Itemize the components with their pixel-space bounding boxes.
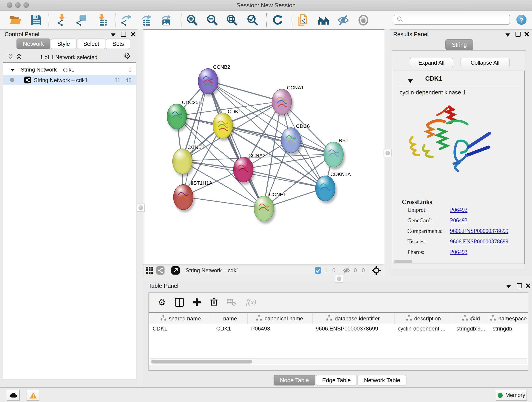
delete-row-icon[interactable] bbox=[209, 297, 220, 307]
table-hscrollbar[interactable] bbox=[150, 358, 527, 364]
table-panel-collapse-icon[interactable] bbox=[505, 283, 512, 290]
crosslink-row: Uniprot:P06493 bbox=[407, 207, 467, 214]
show-columns-icon[interactable] bbox=[174, 297, 185, 307]
crosslink-link[interactable]: 9606.ENSP00000378699 bbox=[450, 228, 508, 234]
node-label-cdc25b: CDC25B bbox=[182, 99, 202, 105]
crosslink-label: Pharos: bbox=[407, 249, 450, 256]
control-panel-collapse-icon[interactable] bbox=[110, 32, 116, 38]
collapse-all-button[interactable]: Collapse All bbox=[461, 58, 510, 67]
network-node-cdc25b[interactable] bbox=[167, 104, 187, 129]
share-view-icon[interactable] bbox=[156, 266, 165, 274]
warning-button[interactable] bbox=[27, 390, 39, 401]
zoom-out-button[interactable] bbox=[205, 13, 219, 27]
grid-view-icon[interactable] bbox=[146, 267, 153, 274]
table-gear-icon[interactable]: ⚙ bbox=[156, 297, 167, 307]
tab-edge-table[interactable]: Edge Table bbox=[316, 375, 357, 385]
control-panel-title: Control Panel bbox=[5, 31, 39, 38]
import-table-button[interactable] bbox=[95, 13, 109, 27]
tab-network-table[interactable]: Network Table bbox=[358, 375, 407, 385]
network-node-cdc6[interactable] bbox=[281, 128, 301, 153]
network-label: String Network – cdk1 bbox=[34, 77, 88, 83]
network-node-ccnb2[interactable] bbox=[198, 68, 218, 94]
tab-sets[interactable]: Sets bbox=[106, 38, 130, 49]
network-node-cdk1[interactable] bbox=[213, 113, 233, 138]
import-network-button[interactable] bbox=[55, 13, 69, 27]
column-header[interactable]: @id bbox=[453, 313, 489, 324]
column-header[interactable]: name bbox=[213, 313, 247, 324]
add-column-icon[interactable] bbox=[191, 297, 202, 307]
column-header[interactable]: canonical name bbox=[247, 313, 312, 324]
zoom-in-button[interactable] bbox=[185, 13, 199, 27]
results-panel-collapse-icon[interactable] bbox=[505, 32, 511, 38]
import-database-button[interactable] bbox=[75, 13, 89, 27]
results-panel-float-icon[interactable] bbox=[515, 31, 521, 37]
tree-expand-icon[interactable] bbox=[11, 66, 15, 73]
node-label-rb1: RB1 bbox=[339, 138, 348, 143]
results-panel-close-icon[interactable] bbox=[523, 31, 530, 37]
tab-style[interactable]: Style bbox=[51, 38, 76, 49]
show-selected-button[interactable] bbox=[356, 13, 370, 27]
column-header[interactable]: shared name bbox=[149, 313, 213, 324]
network-node-hist1h1a[interactable] bbox=[173, 184, 193, 210]
column-header[interactable]: description bbox=[394, 313, 453, 324]
help-button[interactable]: ? bbox=[516, 15, 526, 25]
control-panel-close-icon[interactable] bbox=[130, 31, 136, 37]
network-node-cdkn1a[interactable] bbox=[315, 176, 336, 201]
node-table[interactable]: shared namenamecanonical namedatabase id… bbox=[149, 312, 528, 365]
network-node-rb1[interactable] bbox=[323, 142, 344, 167]
column-header[interactable]: namespace bbox=[489, 313, 528, 324]
hierarchy-icon bbox=[326, 315, 332, 322]
gear-icon[interactable]: ⚙ bbox=[124, 51, 131, 61]
hide-selected-button[interactable] bbox=[336, 13, 350, 27]
network-node-ccne1[interactable] bbox=[254, 196, 274, 221]
zoom-fit-button[interactable] bbox=[225, 13, 239, 27]
refresh-button[interactable] bbox=[271, 13, 285, 27]
protein-structure-thumbnail bbox=[318, 181, 332, 196]
table-row[interactable]: CDK1CDK1P064939606.ENSP00000378699cyclin… bbox=[149, 324, 528, 333]
expand-all-button[interactable]: Expand All bbox=[410, 58, 453, 67]
export-table-button[interactable] bbox=[139, 13, 152, 27]
tab-network[interactable]: Network bbox=[17, 38, 51, 49]
left-splitter-handle[interactable] bbox=[137, 204, 145, 212]
control-panel-float-icon[interactable] bbox=[120, 31, 127, 37]
crosslink-row: GeneCard:P06493 bbox=[407, 217, 467, 224]
network-node-ccnb1[interactable] bbox=[172, 148, 192, 174]
table-panel-float-icon[interactable] bbox=[516, 282, 522, 289]
results-tab-string[interactable]: String bbox=[445, 39, 473, 50]
search-input[interactable] bbox=[394, 15, 510, 25]
export-image-button[interactable] bbox=[158, 13, 172, 27]
crosslink-link[interactable]: P06493 bbox=[450, 207, 467, 213]
bottom-splitter-handle[interactable] bbox=[335, 274, 343, 283]
save-session-button[interactable] bbox=[29, 13, 43, 27]
crosslink-link[interactable]: 9606.ENSP00000378699 bbox=[450, 238, 508, 245]
crosslink-link[interactable]: P06493 bbox=[450, 249, 467, 255]
crosshair-icon[interactable] bbox=[372, 266, 381, 275]
results-hscroll-thumb[interactable] bbox=[394, 260, 412, 263]
toolbar-separator bbox=[266, 13, 267, 27]
tab-node-table[interactable]: Node Table bbox=[273, 375, 315, 385]
network-collection-row[interactable]: String Network – cdk1 1 bbox=[3, 64, 136, 75]
selected-checkbox-icon[interactable] bbox=[315, 267, 321, 274]
table-toolbar: ⚙ f(x) bbox=[149, 293, 528, 311]
open-in-window-icon[interactable] bbox=[171, 266, 180, 274]
network-row-selected[interactable]: String Network – cdk1 11 48 bbox=[3, 75, 136, 85]
share-document-button[interactable] bbox=[296, 13, 310, 27]
delete-table-icon bbox=[226, 297, 237, 307]
column-header[interactable]: database identifier bbox=[312, 313, 394, 324]
memory-button[interactable]: Memory bbox=[496, 390, 527, 401]
node-label-ccnb1: CCNB1 bbox=[187, 144, 205, 150]
tab-select[interactable]: Select bbox=[77, 38, 106, 49]
table-hscroll-thumb[interactable] bbox=[151, 360, 252, 363]
table-panel-close-icon[interactable] bbox=[525, 282, 531, 289]
home-button[interactable] bbox=[317, 13, 330, 27]
network-canvas[interactable]: CCNB2CCNA1CDC25BCDK1CDC6RB1CCNB1CCNA2CDK… bbox=[143, 29, 385, 276]
zoom-selected-button[interactable] bbox=[246, 13, 259, 27]
network-node-ccna2[interactable] bbox=[233, 157, 253, 182]
open-session-button[interactable] bbox=[9, 13, 22, 27]
export-network-button[interactable] bbox=[119, 13, 133, 27]
network-node-ccna1[interactable] bbox=[272, 89, 292, 115]
gene-collapse-icon[interactable] bbox=[407, 78, 413, 84]
cloud-button[interactable] bbox=[7, 390, 20, 401]
crosslink-link[interactable]: P06493 bbox=[450, 217, 467, 224]
right-splitter-handle[interactable] bbox=[384, 149, 392, 157]
